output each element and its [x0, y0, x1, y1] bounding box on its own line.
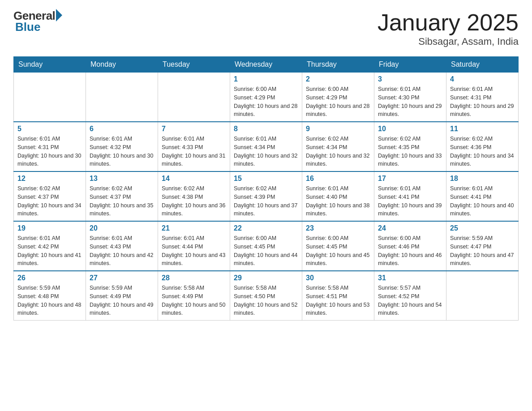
day-number: 14	[162, 175, 226, 183]
calendar-cell: 10Sunrise: 6:02 AMSunset: 4:35 PMDayligh…	[374, 122, 446, 171]
logo: General Blue	[13, 9, 62, 34]
header-day-friday: Friday	[374, 57, 446, 73]
calendar-cell: 22Sunrise: 6:00 AMSunset: 4:45 PMDayligh…	[230, 221, 302, 271]
day-info: Sunrise: 6:02 AMSunset: 4:37 PMDaylight:…	[90, 184, 154, 218]
day-number: 27	[90, 274, 154, 282]
day-info: Sunrise: 5:59 AMSunset: 4:49 PMDaylight:…	[90, 284, 154, 317]
calendar-week-row: 19Sunrise: 6:01 AMSunset: 4:42 PMDayligh…	[14, 221, 519, 271]
day-info: Sunrise: 6:00 AMSunset: 4:29 PMDaylight:…	[234, 85, 298, 119]
day-info: Sunrise: 6:01 AMSunset: 4:40 PMDaylight:…	[306, 184, 370, 218]
day-info: Sunrise: 5:59 AMSunset: 4:47 PMDaylight:…	[450, 234, 515, 268]
header-day-saturday: Saturday	[446, 57, 519, 73]
day-number: 30	[306, 274, 370, 282]
location-text: Sibsagar, Assam, India	[378, 36, 519, 47]
calendar-cell	[86, 73, 158, 122]
calendar-cell	[158, 73, 230, 122]
calendar-cell: 29Sunrise: 5:58 AMSunset: 4:50 PMDayligh…	[230, 271, 302, 321]
month-title: January 2025	[378, 9, 519, 36]
calendar-cell: 19Sunrise: 6:01 AMSunset: 4:42 PMDayligh…	[14, 221, 86, 271]
calendar-cell: 15Sunrise: 6:02 AMSunset: 4:39 PMDayligh…	[230, 171, 302, 221]
calendar-cell: 9Sunrise: 6:02 AMSunset: 4:34 PMDaylight…	[302, 122, 374, 171]
calendar-cell: 25Sunrise: 5:59 AMSunset: 4:47 PMDayligh…	[446, 221, 519, 271]
day-number: 16	[306, 175, 370, 183]
day-number: 3	[378, 75, 442, 83]
page-header: General Blue January 2025 Sibsagar, Assa…	[13, 9, 519, 47]
day-number: 26	[17, 274, 82, 282]
calendar-cell: 14Sunrise: 6:02 AMSunset: 4:38 PMDayligh…	[158, 171, 230, 221]
day-info: Sunrise: 6:01 AMSunset: 4:32 PMDaylight:…	[90, 135, 154, 168]
header-day-monday: Monday	[86, 57, 158, 73]
day-info: Sunrise: 5:57 AMSunset: 4:52 PMDaylight:…	[378, 284, 442, 317]
day-number: 17	[378, 175, 442, 183]
calendar-cell: 24Sunrise: 6:00 AMSunset: 4:46 PMDayligh…	[374, 221, 446, 271]
header-day-thursday: Thursday	[302, 57, 374, 73]
calendar-cell: 3Sunrise: 6:01 AMSunset: 4:30 PMDaylight…	[374, 73, 446, 122]
day-info: Sunrise: 6:02 AMSunset: 4:34 PMDaylight:…	[306, 135, 370, 168]
calendar-cell: 28Sunrise: 5:58 AMSunset: 4:49 PMDayligh…	[158, 271, 230, 321]
title-block: January 2025 Sibsagar, Assam, India	[378, 9, 519, 47]
day-info: Sunrise: 6:02 AMSunset: 4:38 PMDaylight:…	[162, 184, 226, 218]
day-info: Sunrise: 6:02 AMSunset: 4:36 PMDaylight:…	[450, 135, 515, 168]
day-number: 11	[450, 125, 515, 133]
day-number: 28	[162, 274, 226, 282]
calendar-week-row: 1Sunrise: 6:00 AMSunset: 4:29 PMDaylight…	[14, 73, 519, 122]
calendar-cell: 26Sunrise: 5:59 AMSunset: 4:48 PMDayligh…	[14, 271, 86, 321]
day-number: 31	[378, 274, 442, 282]
calendar-cell: 11Sunrise: 6:02 AMSunset: 4:36 PMDayligh…	[446, 122, 519, 171]
calendar-cell: 17Sunrise: 6:01 AMSunset: 4:41 PMDayligh…	[374, 171, 446, 221]
calendar-cell: 6Sunrise: 6:01 AMSunset: 4:32 PMDaylight…	[86, 122, 158, 171]
calendar-table: SundayMondayTuesdayWednesdayThursdayFrid…	[13, 56, 519, 321]
day-info: Sunrise: 6:01 AMSunset: 4:30 PMDaylight:…	[378, 85, 442, 119]
header-day-wednesday: Wednesday	[230, 57, 302, 73]
day-info: Sunrise: 6:00 AMSunset: 4:29 PMDaylight:…	[306, 85, 370, 119]
day-number: 20	[90, 224, 154, 232]
day-info: Sunrise: 6:00 AMSunset: 4:46 PMDaylight:…	[378, 234, 442, 268]
day-number: 8	[234, 125, 298, 133]
calendar-week-row: 12Sunrise: 6:02 AMSunset: 4:37 PMDayligh…	[14, 171, 519, 221]
calendar-cell: 7Sunrise: 6:01 AMSunset: 4:33 PMDaylight…	[158, 122, 230, 171]
logo-triangle-icon	[56, 9, 62, 21]
calendar-cell: 16Sunrise: 6:01 AMSunset: 4:40 PMDayligh…	[302, 171, 374, 221]
day-number: 10	[378, 125, 442, 133]
day-info: Sunrise: 6:01 AMSunset: 4:41 PMDaylight:…	[450, 184, 515, 218]
day-number: 15	[234, 175, 298, 183]
calendar-cell: 31Sunrise: 5:57 AMSunset: 4:52 PMDayligh…	[374, 271, 446, 321]
calendar-cell: 18Sunrise: 6:01 AMSunset: 4:41 PMDayligh…	[446, 171, 519, 221]
calendar-cell: 20Sunrise: 6:01 AMSunset: 4:43 PMDayligh…	[86, 221, 158, 271]
calendar-cell: 12Sunrise: 6:02 AMSunset: 4:37 PMDayligh…	[14, 171, 86, 221]
day-number: 24	[378, 224, 442, 232]
day-info: Sunrise: 6:01 AMSunset: 4:31 PMDaylight:…	[17, 135, 82, 168]
calendar-cell: 2Sunrise: 6:00 AMSunset: 4:29 PMDaylight…	[302, 73, 374, 122]
day-info: Sunrise: 6:01 AMSunset: 4:41 PMDaylight:…	[378, 184, 442, 218]
day-info: Sunrise: 6:00 AMSunset: 4:45 PMDaylight:…	[306, 234, 370, 268]
day-number: 25	[450, 224, 515, 232]
calendar-cell: 13Sunrise: 6:02 AMSunset: 4:37 PMDayligh…	[86, 171, 158, 221]
calendar-cell: 21Sunrise: 6:01 AMSunset: 4:44 PMDayligh…	[158, 221, 230, 271]
day-number: 23	[306, 224, 370, 232]
day-number: 1	[234, 75, 298, 83]
calendar-cell: 5Sunrise: 6:01 AMSunset: 4:31 PMDaylight…	[14, 122, 86, 171]
logo-blue-text: Blue	[15, 20, 40, 34]
day-info: Sunrise: 6:02 AMSunset: 4:35 PMDaylight:…	[378, 135, 442, 168]
calendar-cell: 30Sunrise: 5:58 AMSunset: 4:51 PMDayligh…	[302, 271, 374, 321]
day-info: Sunrise: 5:59 AMSunset: 4:48 PMDaylight:…	[17, 284, 82, 317]
day-info: Sunrise: 5:58 AMSunset: 4:49 PMDaylight:…	[162, 284, 226, 317]
calendar-cell: 23Sunrise: 6:00 AMSunset: 4:45 PMDayligh…	[302, 221, 374, 271]
day-number: 4	[450, 75, 515, 83]
calendar-header-row: SundayMondayTuesdayWednesdayThursdayFrid…	[14, 57, 519, 73]
day-info: Sunrise: 6:00 AMSunset: 4:45 PMDaylight:…	[234, 234, 298, 268]
day-info: Sunrise: 6:02 AMSunset: 4:39 PMDaylight:…	[234, 184, 298, 218]
calendar-week-row: 5Sunrise: 6:01 AMSunset: 4:31 PMDaylight…	[14, 122, 519, 171]
day-info: Sunrise: 6:01 AMSunset: 4:31 PMDaylight:…	[450, 85, 515, 119]
calendar-cell: 4Sunrise: 6:01 AMSunset: 4:31 PMDaylight…	[446, 73, 519, 122]
day-number: 12	[17, 175, 82, 183]
day-info: Sunrise: 5:58 AMSunset: 4:50 PMDaylight:…	[234, 284, 298, 317]
day-info: Sunrise: 6:01 AMSunset: 4:44 PMDaylight:…	[162, 234, 226, 268]
day-number: 2	[306, 75, 370, 83]
day-number: 22	[234, 224, 298, 232]
header-day-tuesday: Tuesday	[158, 57, 230, 73]
header-day-sunday: Sunday	[14, 57, 86, 73]
calendar-cell	[14, 73, 86, 122]
day-info: Sunrise: 6:01 AMSunset: 4:43 PMDaylight:…	[90, 234, 154, 268]
day-number: 5	[17, 125, 82, 133]
